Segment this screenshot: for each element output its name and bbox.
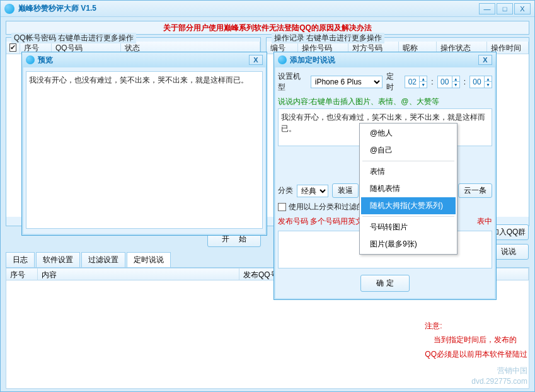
menu-at-self[interactable]: @自己 (361, 142, 456, 159)
preview-dialog-title-bar[interactable]: 预览 X (22, 52, 267, 67)
use-filter-checkbox[interactable]: 使用以上分类和过滤的 (278, 202, 364, 212)
app-title: 巅峰秒赞秒评大师 V1.5 (18, 3, 478, 14)
content-hint: 说说内容:右键单击插入图片、表情、@、大赞等 (278, 96, 492, 107)
category-label: 分类 (278, 185, 293, 196)
category-select[interactable]: 经典 (297, 185, 328, 197)
menu-random-thumb[interactable]: 随机大拇指(大赞系列) (361, 197, 456, 214)
cloud-one-button[interactable]: 云一条 (458, 183, 492, 198)
menu-emoji[interactable]: 表情 (361, 163, 456, 180)
note-line1: 当到指定时间后，发布的 (425, 333, 527, 347)
menu-number-to-pic[interactable]: 号码转图片 (361, 219, 456, 236)
preview-textarea[interactable] (26, 71, 263, 229)
watermark: 营销中国 dvd.292775.com (471, 366, 527, 387)
op-records-legend: 操作记录 右键单击进行更多操作 (272, 33, 384, 43)
preview-close-button[interactable]: X (249, 55, 263, 65)
hour-spinner[interactable]: 02▲▼ (405, 76, 427, 88)
check-all-icon[interactable]: ✔ (9, 43, 16, 52)
minute-spinner[interactable]: 00▲▼ (437, 76, 460, 88)
tab-software-settings[interactable]: 软件设置 (36, 252, 80, 267)
minimize-button[interactable]: — (479, 3, 495, 14)
publish-label: 发布号码 多个号码用英文 (278, 216, 363, 227)
ok-button[interactable]: 确 定 (360, 275, 409, 292)
seg-zhuangbi[interactable]: 装逼 (332, 183, 359, 198)
up-arrow-icon: ▲ (419, 76, 427, 82)
menu-separator (362, 161, 454, 161)
dialog-icon (26, 55, 35, 64)
add-shuoshuo-title: 添加定时说说 (290, 55, 335, 66)
second-spinner[interactable]: 00▲▼ (469, 76, 492, 88)
down-arrow-icon: ▼ (452, 82, 459, 88)
tab-scheduled-shuoshuo[interactable]: 定时说说 (127, 252, 171, 267)
maximize-button[interactable]: □ (497, 3, 513, 14)
col2-seq: 序号 (6, 268, 38, 280)
col2-content: 内容 (38, 268, 239, 280)
device-select[interactable]: iPhone 6 Plus (311, 76, 383, 88)
preview-dialog-body (22, 67, 267, 234)
up-arrow-icon: ▲ (484, 76, 492, 82)
qq-accounts-legend: QQ帐号密码 右键单击进行更多操作 (11, 33, 136, 43)
publish-tail: 表中 (477, 216, 492, 227)
context-menu: @他人 @自己 表情 随机表情 随机大拇指(大赞系列) 号码转图片 图片(最多9… (359, 123, 457, 255)
menu-separator (362, 216, 454, 217)
menu-random-emoji[interactable]: 随机表情 (361, 180, 456, 197)
preview-dialog-title: 预览 (38, 55, 53, 66)
watermark-line2: dvd.292775.com (471, 376, 527, 387)
down-arrow-icon: ▼ (419, 82, 427, 88)
title-bar: 巅峰秒赞秒评大师 V1.5 — □ X (1, 1, 534, 17)
timer-label: 定时 (386, 71, 401, 93)
close-button[interactable]: X (514, 3, 531, 14)
note-title: 注意: (425, 319, 527, 333)
note-line2: QQ必须是以前用本软件登陆过 (425, 347, 527, 362)
down-arrow-icon: ▼ (484, 82, 492, 88)
add-shuoshuo-close-button[interactable]: X (478, 55, 492, 65)
dialog-icon (278, 55, 287, 64)
tab-log[interactable]: 日志 (6, 252, 35, 267)
menu-pictures[interactable]: 图片(最多9张) (361, 236, 456, 253)
footer-warning: 注意: 当到指定时间后，发布的 QQ必须是以前用本软件登陆过 (425, 319, 527, 362)
tab-filter-settings[interactable]: 过滤设置 (81, 252, 125, 267)
add-shuoshuo-title-bar[interactable]: 添加定时说说 X (274, 52, 496, 67)
menu-at-other[interactable]: @他人 (361, 125, 456, 142)
preview-dialog: 预览 X (21, 52, 267, 236)
device-row: 设置机型 iPhone 6 Plus 定时 02▲▼ : 00▲▼ : 00▲▼ (278, 71, 492, 93)
device-label: 设置机型 (278, 71, 307, 93)
watermark-line1: 营销中国 (471, 366, 527, 376)
app-icon (4, 4, 14, 14)
up-arrow-icon: ▲ (452, 76, 459, 82)
